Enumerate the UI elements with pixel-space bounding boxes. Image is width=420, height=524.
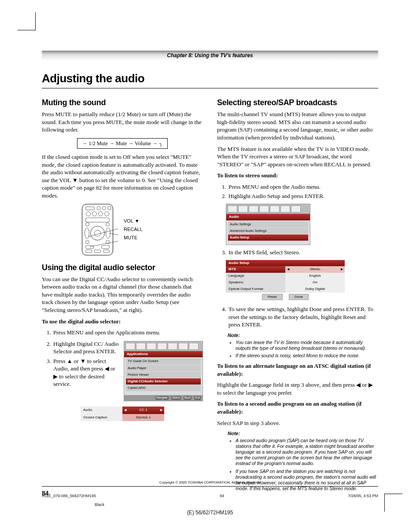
body-text: The multi-channel TV sound (MTS) feature… [217, 110, 378, 141]
note-heading: Note: [228, 430, 378, 437]
step-item: Highlight Audio Setup and press ENTER. [228, 192, 378, 200]
osd-audio-setup: Audio Setup MTS Stereo Language English … [226, 260, 345, 301]
body-text: Select SAP in step 3 above. [217, 419, 378, 427]
copyright-text: Copyright © 2005 TOSHIBA CORPORATION. Al… [42, 480, 378, 485]
osd-audio-menu: Audio Audio Settings Advanced Audio Sett… [226, 204, 310, 245]
selector-label: Closed Caption [81, 414, 122, 421]
osd-item: Picture Viewer [126, 372, 201, 378]
callout-label: VOL ▼ [124, 217, 143, 225]
print-page: 84 [220, 493, 224, 498]
setup-value: Dolby Digital [285, 286, 345, 293]
step-item: Press ▲ or ▼ to select Audio, and then p… [52, 357, 119, 388]
selector-value-selected: CC 1 [122, 407, 164, 414]
crop-mark-icon [384, 494, 402, 512]
osd-hint: Exit [194, 396, 201, 400]
procedure-heading: To listen to stereo sound: [217, 172, 378, 180]
osd-item: CableCARD [126, 385, 201, 391]
setup-label: Speakers [226, 279, 285, 286]
svg-rect-0 [82, 204, 113, 255]
remote-control-icon [78, 203, 120, 256]
osd-button: Reset [262, 294, 283, 300]
print-file: #01E_079-086_566272HM195 [42, 493, 96, 498]
osd-button: Done [289, 294, 309, 300]
left-column: Muting the sound Press MUTE to partially… [42, 97, 203, 495]
callout-label: MUTE [124, 234, 143, 242]
chapter-header: Chapter 8: Using the TV's features [42, 51, 378, 60]
print-metadata: #01E_079-086_566272HM195 84 7/28/05, 4:5… [42, 493, 378, 516]
osd-applications-menu: Applications TV Guide On Screen Audio Pl… [124, 341, 203, 401]
body-text: Press MUTE to partially reduce (1/2 Mute… [42, 110, 203, 134]
print-date: 7/28/05, 4:53 PM [348, 493, 378, 498]
osd-title: Audio Setup [226, 260, 345, 267]
body-text: The MTS feature is not available when th… [217, 145, 378, 169]
heading-sap: Selecting stereo/SAP broadcasts [217, 97, 378, 108]
body-text: You can use the Digital CC/Audio selecto… [42, 275, 203, 314]
osd-hint: Navigate [155, 396, 169, 400]
procedure-heading: To use the digital audio selector: [42, 318, 203, 326]
note-heading: Note: [228, 332, 378, 339]
body-text: If the closed caption mode is set to Off… [42, 153, 203, 199]
step-item: Press MENU and open the Applications men… [52, 329, 203, 337]
note-item: You can leave the TV in Stereo mode beca… [236, 340, 378, 351]
osd-item: Audio Settings [228, 221, 308, 227]
osd-tab: Applications [124, 351, 203, 358]
setup-label: Optical Output Format [226, 286, 285, 293]
osd-item: Advanced Audio Settings [228, 228, 308, 234]
osd-hint: Select [171, 396, 181, 400]
remote-figure: VOL ▼ RECALL MUTE [78, 203, 166, 256]
page-title: Adjusting the audio [42, 71, 378, 86]
osd-item-selected: Digital CC/Audio Selector [126, 378, 201, 385]
callout-label: RECALL [124, 225, 143, 234]
step-item: Press MENU and open the Audio menu. [228, 183, 378, 191]
mute-cycle-diagram: → 1/2 Mute → Mute → Volume → ┐ [77, 138, 167, 149]
procedure-heading: To listen to a second audio program on a… [217, 400, 378, 415]
setup-value: On [285, 279, 345, 286]
note-item: If the stereo sound is noisy, select Mon… [236, 353, 378, 359]
osd-item-selected: Audio Setup [228, 235, 308, 241]
print-model: (E) 56/62/72HM195 [42, 509, 378, 516]
osd-hint: Back [184, 396, 192, 400]
print-color: Black [95, 502, 378, 507]
selector-label: Audio [81, 407, 122, 414]
step-item: Highlight Digital CC/ Audio Selector and… [52, 340, 119, 355]
horizontal-rule [42, 88, 378, 88]
right-column: Selecting stereo/SAP broadcasts The mult… [217, 97, 378, 495]
note-item: A second audio program (SAP) can be hear… [236, 438, 378, 467]
body-text: Highlight the Language field in step 3 a… [217, 381, 378, 396]
crop-mark-icon [18, 12, 36, 30]
manual-page: Chapter 8: Using the TV's features Adjus… [0, 0, 420, 524]
step-item: To save the new settings, highlight Done… [228, 305, 378, 329]
selector-value: Service 1 [122, 414, 164, 421]
heading-digital-selector: Using the digital audio selector [42, 262, 203, 273]
procedure-heading: To listen to an alternate language on an… [217, 362, 378, 377]
setup-label: MTS [226, 266, 285, 273]
heading-muting: Muting the sound [42, 97, 203, 108]
horizontal-rule [42, 486, 378, 487]
osd-tab: Audio [226, 214, 310, 220]
setup-label: Language [226, 273, 285, 279]
osd-item: Audio Player [126, 365, 201, 371]
osd-item: TV Guide On Screen [126, 358, 201, 364]
step-item: In the MTS field, select Stereo. [228, 249, 378, 257]
setup-value-selected: Stereo [285, 266, 345, 273]
cc-audio-selector: Audio CC 1 Closed Caption Service 1 [81, 407, 164, 421]
setup-value: English [285, 273, 345, 279]
